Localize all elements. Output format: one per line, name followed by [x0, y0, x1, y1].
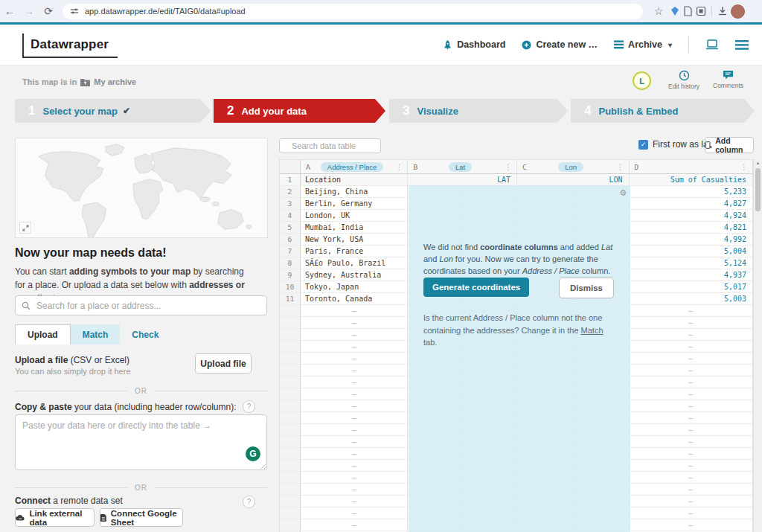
column-menu-icon[interactable]: ⋮	[739, 163, 749, 171]
column-header-a[interactable]: A Address / Place ⋮	[301, 160, 409, 173]
row-number[interactable]	[280, 519, 301, 531]
cell-empty[interactable]: –	[301, 353, 409, 365]
cell-place[interactable]: Berlin, Germany	[301, 198, 409, 210]
row-number[interactable]: 9	[280, 269, 301, 281]
connect-google-sheet-button[interactable]: Connect Google Sheet	[100, 508, 183, 527]
generate-coordinates-button[interactable]: Generate coordinates	[423, 278, 529, 297]
upload-file-button[interactable]: Upload file	[195, 353, 252, 374]
cell-empty[interactable]: –	[630, 305, 752, 317]
menu-hamburger-icon[interactable]	[735, 40, 749, 50]
cell-empty[interactable]: –	[301, 400, 409, 412]
bookmark-star-icon[interactable]: ☆	[650, 5, 667, 17]
cell-value[interactable]: 4,821	[630, 222, 752, 234]
datawrapper-logo[interactable]: Datawrapper	[22, 33, 118, 58]
cell-empty[interactable]: –	[630, 341, 752, 353]
row-number[interactable]: 3	[280, 198, 301, 210]
browser-forward-icon[interactable]: →	[19, 5, 39, 17]
row-number[interactable]	[280, 317, 301, 329]
column-type-badge[interactable]: Lat	[449, 162, 472, 172]
cell-empty[interactable]: –	[630, 448, 752, 460]
cell-empty[interactable]: –	[630, 376, 752, 388]
cell-empty[interactable]: –	[630, 412, 752, 424]
row-number[interactable]: 4	[280, 210, 301, 222]
checkbox-checked-icon[interactable]: ✓	[638, 140, 648, 150]
cell-empty[interactable]: –	[630, 484, 752, 496]
cell-value[interactable]: 4,827	[630, 198, 752, 210]
cell-empty[interactable]: –	[301, 365, 409, 376]
cell-empty[interactable]: –	[301, 472, 409, 484]
reading-list-icon[interactable]	[683, 6, 693, 16]
cell-empty[interactable]: –	[301, 507, 409, 519]
row-number[interactable]	[280, 496, 301, 507]
match-tab-link[interactable]: Match	[581, 326, 603, 335]
cell-value[interactable]: 5,017	[630, 281, 752, 293]
cell-empty[interactable]: –	[301, 376, 409, 388]
comments-button[interactable]: Comments	[713, 70, 743, 89]
cell-empty[interactable]: –	[630, 317, 752, 329]
row-number[interactable]	[280, 412, 301, 424]
cell-empty[interactable]: –	[630, 436, 752, 448]
add-column-button[interactable]: Add column	[705, 137, 754, 153]
cell-empty[interactable]: –	[301, 305, 409, 317]
row-number[interactable]: 5	[280, 222, 301, 234]
column-header-c[interactable]: C Lon ⋮	[517, 160, 630, 173]
cell-place[interactable]: Toronto, Canada	[301, 293, 409, 305]
grammarly-icon[interactable]: G	[246, 446, 260, 461]
avatar[interactable]: L	[633, 71, 651, 90]
row-number[interactable]	[280, 472, 301, 484]
scrollbar-thumb[interactable]	[755, 168, 761, 211]
scroll-up-arrow[interactable]: ▲	[754, 161, 762, 165]
column-type-badge[interactable]: Address / Place	[321, 162, 384, 172]
cell-value[interactable]: 5,124	[630, 257, 752, 269]
table-search-input[interactable]	[290, 141, 399, 151]
step-select-map[interactable]: 1 Select your map ✔	[15, 99, 211, 123]
gear-icon[interactable]: ⚙	[619, 189, 627, 197]
row-number[interactable]: 1	[280, 174, 301, 186]
cell-empty[interactable]: –	[301, 341, 409, 353]
cell-value[interactable]: 5,233	[630, 186, 752, 198]
tab-match[interactable]: Match	[71, 324, 121, 344]
cell-empty[interactable]: –	[301, 448, 409, 460]
cell-lat-label[interactable]: LAT	[408, 174, 517, 186]
cell-empty[interactable]: –	[630, 472, 752, 484]
row-number[interactable]: 7	[280, 246, 301, 257]
cell-lon-label[interactable]: LON	[517, 174, 630, 186]
row-number[interactable]	[280, 353, 301, 365]
cell-value[interactable]: 4,924	[630, 210, 752, 222]
cell-empty[interactable]: –	[630, 329, 752, 341]
cell-place[interactable]: Beijing, China	[301, 186, 409, 198]
cell-empty[interactable]: –	[301, 519, 409, 531]
column-menu-icon[interactable]: ⋮	[503, 163, 513, 171]
cell-empty[interactable]: –	[301, 484, 409, 496]
cell-empty[interactable]: –	[301, 460, 409, 472]
row-number[interactable]	[280, 341, 301, 353]
nav-archive[interactable]: Archive ▾	[614, 39, 672, 50]
row-number[interactable]	[280, 424, 301, 436]
column-menu-icon[interactable]: ⋮	[394, 163, 404, 171]
connect-help-button[interactable]: ?	[243, 496, 255, 508]
step-visualize[interactable]: 3 Visualize	[389, 99, 568, 123]
cell-value[interactable]: 4,992	[630, 234, 752, 246]
cell-empty[interactable]: –	[301, 317, 409, 329]
cell-value[interactable]: 5,004	[630, 246, 752, 257]
browser-back-icon[interactable]: ←	[0, 5, 19, 17]
site-settings-icon[interactable]	[70, 7, 79, 16]
row-number[interactable]: 6	[280, 234, 301, 246]
row-number[interactable]	[280, 400, 301, 412]
row-number[interactable]: 8	[280, 257, 301, 269]
row-number[interactable]	[280, 365, 301, 376]
browser-reload-icon[interactable]: ⟳	[39, 5, 58, 17]
row-number[interactable]	[280, 448, 301, 460]
cell-place[interactable]: Paris, France	[301, 246, 409, 257]
row-number[interactable]	[280, 376, 301, 388]
cell-empty[interactable]: –	[301, 412, 409, 424]
cell-value[interactable]: 4,937	[630, 269, 752, 281]
address-bar[interactable]: app.datawrapper.de/edit/TAIG0/data#uploa…	[63, 4, 643, 19]
cell-place[interactable]: New York, USA	[301, 234, 409, 246]
cell-place[interactable]: Tokyo, Japan	[301, 281, 409, 293]
step-add-data[interactable]: 2 Add your data	[214, 99, 385, 123]
row-number[interactable]	[280, 460, 301, 472]
table-corner[interactable]	[280, 160, 301, 173]
cell-empty[interactable]: –	[630, 507, 752, 519]
browser-profile-avatar[interactable]	[731, 4, 745, 19]
